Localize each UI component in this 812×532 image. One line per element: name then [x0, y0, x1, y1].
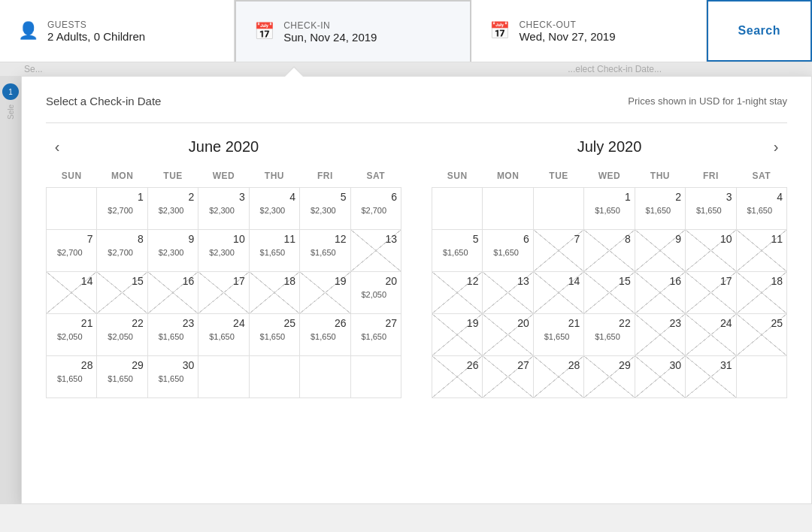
july-grid: SUN MON TUE WED THU FRI SAT [432, 168, 787, 398]
june-day-27[interactable]: 27 $1,650 [350, 314, 401, 356]
table-row: 14 15 16 17 [47, 272, 401, 314]
june-day-20[interactable]: 20 $2,050 [350, 272, 401, 314]
calendar-header: Select a Check-in Date Prices shown in U… [46, 95, 787, 107]
col-sat: SAT [736, 168, 786, 188]
june-grid: SUN MON TUE WED THU FRI SAT [46, 168, 401, 398]
select-label: Select a Check-in Date [46, 95, 161, 107]
guests-section[interactable]: 👤 Guests 2 Adults, 0 Children [0, 0, 235, 62]
july-day-14-crossed: 14 [533, 272, 583, 314]
side-label: Sele [7, 104, 15, 119]
june-day-3[interactable]: 3 $2,300 [198, 188, 249, 230]
empty-cell [47, 188, 97, 230]
calendars-wrapper: ‹ June 2020 SUN MON TUE WED THU [46, 138, 787, 398]
july-day-16-crossed: 16 [635, 272, 685, 314]
col-wed: WED [584, 168, 635, 188]
july-day-8-crossed: 8 [584, 230, 635, 272]
july-day-10-crossed: 10 [686, 230, 736, 272]
col-sun: SUN [47, 168, 97, 188]
june-day-6[interactable]: 6 $2,700 [350, 188, 401, 230]
col-wed: WED [198, 168, 249, 188]
table-row: 7 $2,700 8 $2,700 9 $2,300 [47, 230, 401, 272]
table-row: 1 $1,650 2 $1,650 3 $1,650 [432, 188, 787, 230]
next-month-arrow[interactable]: › [765, 138, 787, 156]
july-day-3[interactable]: 3 $1,650 [686, 188, 736, 230]
june-calendar: ‹ June 2020 SUN MON TUE WED THU [46, 138, 401, 398]
july-day-31-crossed: 31 [686, 356, 736, 398]
july-day-4[interactable]: 4 $1,650 [736, 188, 786, 230]
june-day-26[interactable]: 26 $1,650 [300, 314, 350, 356]
june-day-7[interactable]: 7 $2,700 [47, 230, 97, 272]
col-thu: THU [635, 168, 685, 188]
checkin-section[interactable]: 📅 Check-in Sun, Nov 24, 2019 [235, 0, 471, 62]
june-day-18-crossed: 18 [249, 272, 299, 314]
june-day-17-crossed: 17 [198, 272, 249, 314]
guests-value: 2 Adults, 0 Children [47, 30, 145, 43]
col-tue: TUE [533, 168, 583, 188]
july-day-5[interactable]: 5 $1,650 [432, 230, 483, 272]
prev-month-arrow[interactable]: ‹ [46, 138, 68, 156]
june-day-21[interactable]: 21 $2,050 [47, 314, 97, 356]
june-day-10[interactable]: 10 $2,300 [198, 230, 249, 272]
june-day-14-crossed: 14 [47, 272, 97, 314]
july-day-30-crossed: 30 [635, 356, 685, 398]
june-day-4[interactable]: 4 $2,300 [249, 188, 299, 230]
table-row: 26 27 28 29 [432, 356, 787, 398]
checkin-label: Check-in [283, 20, 377, 31]
search-button[interactable]: Search [707, 0, 812, 62]
july-day-23-crossed: 23 [635, 314, 685, 356]
july-day-9-crossed: 9 [635, 230, 685, 272]
checkin-icon: 📅 [254, 22, 274, 41]
june-nav: ‹ June 2020 [46, 138, 401, 156]
june-day-9[interactable]: 9 $2,300 [147, 230, 198, 272]
calendar-panel: Select a Check-in Date Prices shown in U… [21, 76, 812, 504]
table-row: 1 $2,700 2 $2,300 3 $2,300 [47, 188, 401, 230]
divider [46, 122, 787, 123]
table-row: 28 $1,650 29 $1,650 30 $1,650 [47, 356, 401, 398]
june-day-16-crossed: 16 [147, 272, 198, 314]
badge: 1 [2, 83, 19, 100]
july-title: July 2020 [577, 138, 642, 156]
june-day-24[interactable]: 24 $1,650 [198, 314, 249, 356]
june-day-30[interactable]: 30 $1,650 [147, 356, 198, 398]
price-label: Prices shown in USD for 1-night stay [628, 95, 787, 107]
table-row: 19 20 21 $1,650 22 [432, 314, 787, 356]
table-row: 21 $2,050 22 $2,050 23 $1,650 [47, 314, 401, 356]
july-nav: July 2020 › [432, 138, 787, 156]
july-day-7-crossed: 7 [533, 230, 583, 272]
june-day-1[interactable]: 1 $2,700 [97, 188, 147, 230]
col-tue: TUE [147, 168, 198, 188]
july-day-2[interactable]: 2 $1,650 [635, 188, 685, 230]
june-day-29[interactable]: 29 $1,650 [97, 356, 147, 398]
background-hint: Se... [24, 64, 43, 74]
june-day-28[interactable]: 28 $1,650 [47, 356, 97, 398]
june-day-11[interactable]: 11 $1,650 [249, 230, 299, 272]
june-title: June 2020 [189, 138, 259, 156]
july-day-29-crossed: 29 [584, 356, 635, 398]
col-sun: SUN [432, 168, 483, 188]
header-bar: 👤 Guests 2 Adults, 0 Children 📅 Check-in… [0, 0, 812, 62]
june-day-8[interactable]: 8 $2,700 [97, 230, 147, 272]
col-thu: THU [249, 168, 299, 188]
june-day-12[interactable]: 12 $1,650 [300, 230, 350, 272]
table-row: 5 $1,650 6 $1,650 7 [432, 230, 787, 272]
checkin-value: Sun, Nov 24, 2019 [283, 31, 377, 44]
checkout-section[interactable]: 📅 Check-out Wed, Nov 27, 2019 [471, 0, 706, 62]
june-day-25[interactable]: 25 $1,650 [249, 314, 299, 356]
june-day-22[interactable]: 22 $2,050 [97, 314, 147, 356]
col-mon: MON [97, 168, 147, 188]
july-day-22[interactable]: 22 $1,650 [584, 314, 635, 356]
june-day-13-crossed: 13 [350, 230, 401, 272]
table-row: 12 13 14 15 [432, 272, 787, 314]
col-mon: MON [483, 168, 533, 188]
july-day-17-crossed: 17 [686, 272, 736, 314]
june-day-23[interactable]: 23 $1,650 [147, 314, 198, 356]
june-day-15-crossed: 15 [97, 272, 147, 314]
july-day-6[interactable]: 6 $1,650 [483, 230, 533, 272]
june-day-5[interactable]: 5 $2,300 [300, 188, 350, 230]
july-day-21[interactable]: 21 $1,650 [533, 314, 583, 356]
june-day-2[interactable]: 2 $2,300 [147, 188, 198, 230]
july-day-27-crossed: 27 [483, 356, 533, 398]
july-day-1[interactable]: 1 $1,650 [584, 188, 635, 230]
july-day-11-crossed: 11 [736, 230, 786, 272]
checkout-label: Check-out [519, 20, 615, 30]
